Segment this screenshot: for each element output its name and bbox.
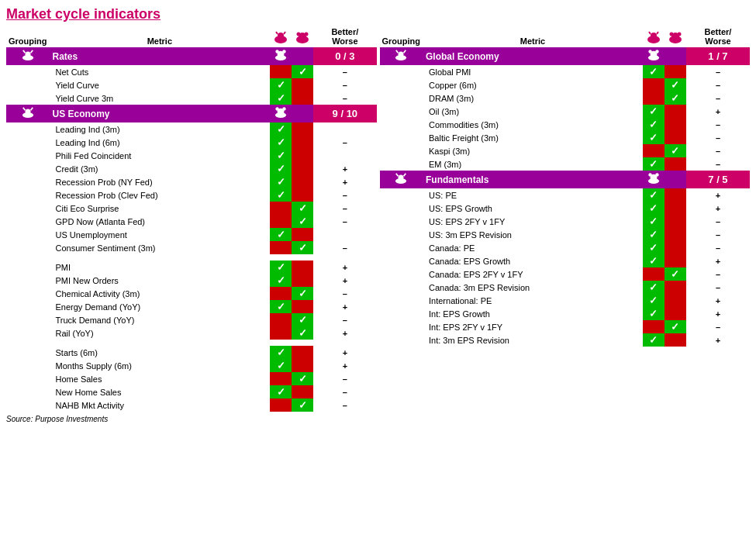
svg-line-18	[23, 108, 26, 111]
table-row: Canada: EPS Growth✓+	[380, 254, 751, 267]
table-row: Months Supply (6m)✓+	[6, 359, 377, 372]
svg-point-31	[677, 33, 681, 36]
svg-point-39	[655, 50, 658, 53]
table-row: Leading Ind (6m)✓–	[6, 136, 377, 149]
table-row: US: 3m EPS Revision✓–	[380, 228, 751, 241]
svg-point-33	[399, 52, 404, 57]
table-row: Rail (YoY)✓+	[6, 326, 377, 340]
svg-point-23	[282, 107, 285, 110]
table-row: Home Sales✓–	[6, 372, 377, 385]
table-row: Chemical Activity (3m)✓–	[6, 287, 377, 300]
svg-line-34	[396, 50, 399, 53]
group-header-rates: Rates 0 / 3	[6, 47, 377, 65]
table-row: Kaspi (3m)✓–	[380, 144, 751, 157]
svg-point-46	[648, 173, 651, 176]
svg-line-3	[284, 32, 285, 34]
left-bull-header	[270, 26, 292, 47]
left-grouping-header: Grouping	[6, 26, 50, 47]
group-header-global-economy: Global Economy 1 / 7	[380, 47, 751, 65]
svg-line-2	[276, 32, 278, 34]
svg-point-47	[655, 173, 658, 176]
svg-point-30	[669, 33, 673, 36]
table-row: Starts (6m)✓+	[6, 346, 377, 359]
svg-line-27	[657, 32, 658, 34]
table-row: PMI✓+	[6, 260, 377, 274]
table-row: International: PE✓+	[380, 294, 751, 307]
table-row: US: EPS 2FY v 1FY✓–	[380, 215, 751, 228]
svg-point-38	[648, 50, 651, 53]
table-row: Copper (6m)✓–	[380, 78, 751, 91]
table-row: Int: EPS Growth✓+	[380, 307, 751, 320]
table-row: Yield Curve 3m✓–	[6, 91, 377, 105]
left-metric-header: Metric	[50, 26, 271, 47]
table-row: NAHB Mkt Activity✓–	[6, 398, 377, 412]
svg-point-1	[278, 33, 284, 39]
group-header-us-economy: US Economy 9 / 10	[6, 105, 377, 122]
right-col-headers: Grouping Metric Better/Worse	[380, 26, 751, 47]
svg-line-19	[30, 108, 33, 111]
table-row: DRAM (3m)✓–	[380, 91, 751, 105]
table-row: Int: EPS 2FY v 1FY✓–	[380, 320, 751, 333]
table-row: Canada: PE✓–	[380, 241, 751, 254]
svg-line-10	[23, 50, 26, 53]
table-row: Energy Demand (YoY)✓+	[6, 300, 377, 313]
table-row: Consumer Sentiment (3m)✓–	[6, 241, 377, 254]
left-col-headers: Grouping Metric Better/Worse	[6, 26, 377, 47]
right-bw-header: Better/Worse	[686, 26, 750, 47]
left-bw-header: Better/Worse	[313, 26, 376, 47]
svg-point-17	[25, 109, 30, 115]
svg-point-6	[297, 33, 301, 36]
table-row: Commodities (3m)✓–	[380, 118, 751, 131]
svg-point-15	[282, 50, 285, 53]
svg-line-26	[649, 32, 651, 34]
table-row: US Unemployment✓	[6, 228, 377, 241]
table-row: Phili Fed Coincident✓	[6, 149, 377, 162]
right-grouping-header: Grouping	[380, 26, 423, 47]
right-bear-header	[665, 26, 686, 47]
svg-line-35	[404, 50, 406, 53]
right-panel: Grouping Metric Better/Worse Global Econ…	[380, 26, 751, 423]
table-row: US: EPS Growth✓+	[380, 202, 751, 215]
table-row: Citi Eco Surprise✓–	[6, 202, 377, 215]
table-row: Canada: 3m EPS Revision✓–	[380, 281, 751, 294]
right-bull-header	[643, 26, 665, 47]
source-text: Source: Purpose Investments	[6, 415, 377, 423]
table-row: Global PMI✓–	[380, 65, 751, 78]
table-row: PMI New Orders✓+	[6, 274, 377, 287]
table-row: Truck Demand (YoY)✓–	[6, 313, 377, 326]
table-row: Leading Ind (3m)✓	[6, 122, 377, 136]
svg-point-22	[276, 107, 279, 110]
table-row: EM (3m)✓–	[380, 157, 751, 171]
table-row: Net Cuts✓–	[6, 65, 377, 78]
svg-point-41	[399, 175, 404, 181]
table-row: Baltic Freight (3m)✓–	[380, 131, 751, 144]
svg-line-11	[30, 50, 33, 53]
group-header-fundamentals: Fundamentals 7 / 5	[380, 171, 751, 188]
table-row: Credit (3m)✓+	[6, 162, 377, 175]
table-row: Recession Prob (NY Fed)✓+	[6, 175, 377, 188]
page-title: Market cycle indicators	[6, 6, 750, 22]
table-row: Canada: EPS 2FY v 1FY✓–	[380, 267, 751, 281]
table-row: Int: 3m EPS Revision✓+	[380, 333, 751, 347]
table-row: GPD Now (Atlanta Fed)✓–	[6, 215, 377, 228]
table-row: New Home Sales✓–	[6, 385, 377, 398]
right-metric-header: Metric	[423, 26, 643, 47]
left-panel: Grouping Metric Better/Worse Rates	[6, 26, 377, 423]
svg-point-7	[305, 33, 309, 36]
table-row: Yield Curve✓–	[6, 78, 377, 91]
table-row: US: PE✓+	[380, 188, 751, 202]
table-row: Recession Prob (Clev Fed)✓–	[6, 188, 377, 202]
svg-point-14	[276, 50, 279, 53]
svg-line-43	[404, 174, 406, 177]
left-bear-header	[292, 26, 313, 47]
svg-point-9	[25, 52, 30, 57]
svg-line-42	[396, 174, 399, 177]
table-row: Oil (3m)✓+	[380, 105, 751, 118]
svg-point-25	[651, 33, 657, 39]
